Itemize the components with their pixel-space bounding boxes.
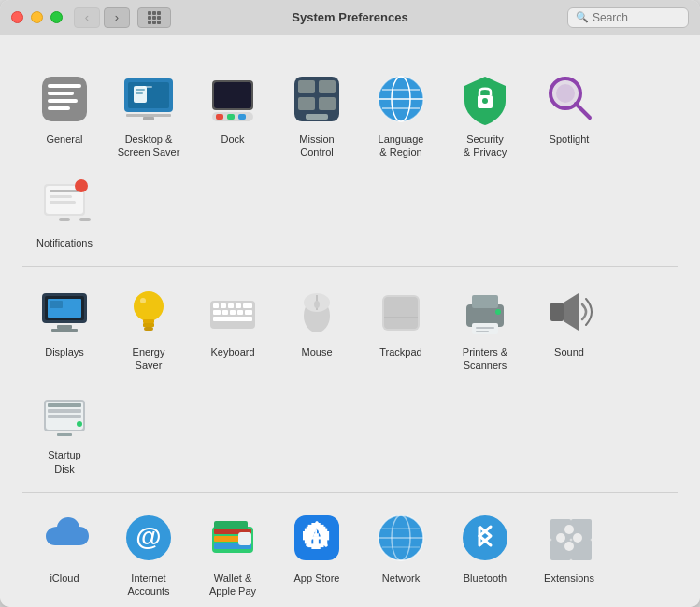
sound-pref[interactable]: Sound <box>527 276 611 380</box>
close-button[interactable] <box>11 11 23 23</box>
svg-rect-77 <box>213 317 219 321</box>
desktop-label: Desktop &Screen Saver <box>118 133 180 160</box>
svg-rect-49 <box>50 195 72 198</box>
notifications-pref[interactable]: Notifications <box>22 167 107 257</box>
internet-accounts-pref[interactable]: @ InternetAccounts <box>107 502 191 606</box>
svg-rect-90 <box>476 331 489 332</box>
spotlight-pref[interactable]: Spotlight <box>527 64 611 167</box>
svg-rect-67 <box>221 304 226 308</box>
printers-pref[interactable]: Printers &Scanners <box>443 276 527 380</box>
svg-rect-12 <box>48 99 78 103</box>
notifications-label: Notifications <box>36 236 93 249</box>
hardware-section: Displays EnergySaver <box>22 267 678 493</box>
svg-rect-1 <box>152 11 156 15</box>
svg-point-64 <box>140 298 146 304</box>
svg-rect-25 <box>216 114 223 120</box>
bluetooth-pref[interactable]: Bluetooth <box>443 502 527 606</box>
energy-pref[interactable]: EnergySaver <box>107 276 191 380</box>
svg-rect-29 <box>298 80 315 93</box>
svg-rect-4 <box>152 16 156 20</box>
keyboard-pref[interactable]: Keyboard <box>191 276 275 380</box>
svg-rect-89 <box>476 327 494 329</box>
search-icon: 🔍 <box>576 11 589 23</box>
security-label: Security& Privacy <box>464 133 507 160</box>
printers-label: Printers &Scanners <box>463 346 507 373</box>
back-button[interactable]: ‹ <box>74 7 100 28</box>
wallet-label: Wallet &Apple Pay <box>209 572 256 599</box>
displays-label: Displays <box>45 346 84 359</box>
network-icon <box>373 510 429 566</box>
mouse-pref[interactable]: Mouse <box>275 276 359 380</box>
svg-line-44 <box>576 104 590 118</box>
svg-rect-87 <box>472 295 498 308</box>
dock-pref[interactable]: Dock <box>191 64 275 167</box>
svg-rect-108 <box>238 532 251 545</box>
search-input[interactable] <box>593 11 680 24</box>
extensions-icon <box>541 510 597 566</box>
svg-rect-20 <box>126 114 171 117</box>
svg-rect-6 <box>148 21 151 24</box>
desktop-pref[interactable]: Desktop &Screen Saver <box>107 64 191 167</box>
svg-rect-21 <box>143 117 154 120</box>
general-label: General <box>46 133 82 146</box>
svg-rect-84 <box>384 297 418 329</box>
wallet-pref[interactable]: Wallet &Apple Pay <box>191 502 275 606</box>
svg-rect-31 <box>298 97 315 110</box>
language-pref[interactable]: Language& Region <box>359 64 443 167</box>
svg-rect-53 <box>59 218 70 221</box>
extensions-pref[interactable]: Extensions <box>527 502 611 606</box>
startup-icon <box>36 387 93 443</box>
svg-rect-48 <box>50 190 79 192</box>
mission-control-pref[interactable]: MissionControl <box>275 64 359 167</box>
svg-point-123 <box>564 525 574 534</box>
forward-button[interactable]: › <box>104 7 130 28</box>
svg-text:@: @ <box>136 522 161 551</box>
desktop-icon <box>121 71 177 127</box>
titlebar: ‹ › System Preferences 🔍 <box>0 0 700 35</box>
svg-point-41 <box>482 98 488 104</box>
security-pref[interactable]: Security& Privacy <box>443 64 527 167</box>
svg-rect-63 <box>144 327 153 331</box>
svg-rect-73 <box>230 310 236 315</box>
wallet-icon <box>205 510 261 566</box>
dock-label: Dock <box>221 133 244 146</box>
icloud-pref[interactable]: iCloud <box>22 502 107 606</box>
svg-rect-97 <box>48 409 81 413</box>
search-box[interactable]: 🔍 <box>567 7 689 28</box>
svg-rect-5 <box>157 16 161 20</box>
svg-rect-52 <box>79 218 91 221</box>
svg-rect-33 <box>306 114 328 120</box>
extensions-label: Extensions <box>544 572 594 585</box>
svg-rect-96 <box>48 403 81 407</box>
bluetooth-label: Bluetooth <box>464 572 507 585</box>
svg-point-91 <box>495 309 501 315</box>
general-pref[interactable]: General <box>22 64 107 167</box>
grid-button[interactable] <box>137 7 171 28</box>
svg-point-124 <box>556 533 565 543</box>
sound-label: Sound <box>554 346 584 359</box>
svg-rect-122 <box>571 540 592 560</box>
svg-rect-68 <box>228 304 234 308</box>
nav-buttons: ‹ › <box>74 7 171 28</box>
svg-rect-30 <box>319 80 336 93</box>
svg-rect-61 <box>143 319 154 323</box>
svg-marker-93 <box>564 293 579 331</box>
minimize-button[interactable] <box>31 11 43 23</box>
preferences-content: General Deskto <box>0 35 700 607</box>
svg-rect-3 <box>148 16 151 20</box>
startup-pref[interactable]: StartupDisk <box>22 379 107 483</box>
icloud-label: iCloud <box>50 572 79 585</box>
svg-rect-27 <box>238 114 246 120</box>
svg-rect-69 <box>236 304 241 308</box>
trackpad-pref[interactable]: Trackpad <box>359 276 443 380</box>
icloud-icon <box>36 510 93 566</box>
maximize-button[interactable] <box>50 11 63 23</box>
displays-pref[interactable]: Displays <box>22 276 107 380</box>
svg-rect-23 <box>214 82 251 108</box>
svg-rect-71 <box>213 310 221 315</box>
svg-rect-0 <box>148 11 151 15</box>
network-pref[interactable]: Network <box>359 502 443 606</box>
personal-section: General Deskto <box>22 54 678 267</box>
app-store-pref[interactable]: 🅐 App Store <box>275 502 359 606</box>
mouse-icon <box>289 284 345 340</box>
